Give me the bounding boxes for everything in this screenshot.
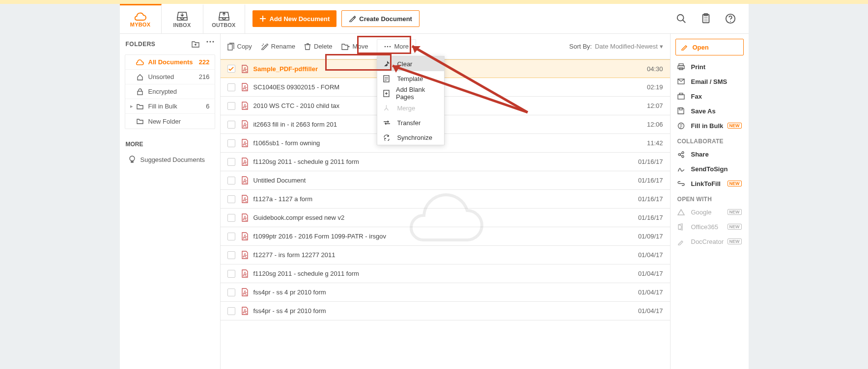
tab-outbox[interactable]: OUTBOX bbox=[203, 4, 245, 33]
sidebar-item-encrypted[interactable]: Encrypted bbox=[125, 84, 215, 99]
sortby-select[interactable]: Date Modified-Newest ▾ bbox=[595, 43, 663, 50]
file-checkbox[interactable] bbox=[227, 158, 235, 166]
help-icon[interactable] bbox=[725, 13, 736, 24]
file-name: f1120sg 2011 - schedule g 2011 form bbox=[253, 270, 638, 277]
sidebar-item-suggested[interactable]: Suggested Documents bbox=[120, 152, 220, 167]
file-checkbox[interactable] bbox=[227, 65, 235, 73]
office365-button[interactable]: Office365 NEW bbox=[675, 219, 744, 234]
file-row[interactable]: f1120sg 2011 - schedule g 2011 form01/16… bbox=[221, 153, 670, 171]
file-name: f12277 - irs form 12277 2011 bbox=[253, 251, 638, 259]
file-row[interactable]: f1065sb1 - form owning11:42 bbox=[221, 134, 670, 153]
topbar: MYBOX INBOX OUTBOX Ad bbox=[120, 4, 749, 34]
move-button[interactable]: Move bbox=[341, 43, 368, 50]
folder-count: 6 bbox=[206, 103, 209, 110]
print-button[interactable]: Print bbox=[675, 59, 744, 74]
svg-rect-24 bbox=[678, 95, 684, 99]
file-checkbox[interactable] bbox=[227, 233, 235, 240]
dropdown-clear[interactable]: Clear bbox=[377, 56, 444, 71]
dropdown-template[interactable]: Template bbox=[377, 71, 444, 86]
pdf-icon bbox=[241, 232, 249, 240]
search-icon[interactable] bbox=[676, 13, 687, 24]
linktofill-button[interactable]: LinkToFill NEW bbox=[675, 176, 744, 191]
email-sms-button[interactable]: Email / SMS bbox=[675, 74, 744, 89]
open-with-header: OPEN WITH bbox=[675, 191, 744, 205]
open-button[interactable]: Open bbox=[675, 39, 744, 55]
file-row[interactable]: it2663 fill in - it 2663 form 20112:06 bbox=[221, 115, 670, 134]
file-date: 01/16/17 bbox=[638, 195, 663, 203]
file-checkbox[interactable] bbox=[227, 251, 235, 259]
file-row[interactable]: f1120sg 2011 - schedule g 2011 form01/04… bbox=[221, 264, 670, 283]
dropdown-label: Clear bbox=[397, 60, 412, 68]
file-checkbox[interactable] bbox=[227, 195, 235, 203]
dropdown-merge: Merge bbox=[377, 101, 444, 115]
save-as-button[interactable]: Save As bbox=[675, 104, 744, 118]
tab-mybox[interactable]: MYBOX bbox=[120, 4, 162, 33]
doccreator-button[interactable]: DocCreator NEW bbox=[675, 234, 744, 249]
clipboard-icon[interactable] bbox=[700, 13, 711, 24]
pdf-icon bbox=[241, 65, 249, 73]
file-checkbox[interactable] bbox=[227, 177, 235, 184]
file-row[interactable]: Sample_PDF-pdffiller04:30 bbox=[221, 59, 670, 78]
more-options-icon[interactable] bbox=[206, 41, 214, 48]
more-button[interactable]: More bbox=[377, 39, 416, 53]
file-row[interactable]: fss4pr - ss 4 pr 2010 form01/04/17 bbox=[221, 283, 670, 302]
delete-button[interactable]: Delete bbox=[304, 43, 333, 50]
sign-icon bbox=[677, 166, 687, 172]
create-document-button[interactable]: Create Document bbox=[341, 10, 420, 27]
file-row[interactable]: Guidebook.compr essed new v201/16/17 bbox=[221, 209, 670, 227]
office365-label: Office365 bbox=[691, 223, 718, 231]
sendtosign-label: SendToSign bbox=[691, 165, 728, 173]
sidebar-item-all-documents[interactable]: All Documents 222 bbox=[125, 55, 215, 70]
file-name: 2010 WS CTC - 2010 child tax bbox=[253, 102, 647, 109]
google-button[interactable]: Google NEW bbox=[675, 205, 744, 219]
link-icon bbox=[677, 181, 687, 186]
file-checkbox[interactable] bbox=[227, 121, 235, 129]
fax-button[interactable]: Fax bbox=[675, 89, 744, 104]
file-row[interactable]: f1127a - 1127 a form01/16/17 bbox=[221, 190, 670, 209]
add-new-document-button[interactable]: Add New Document bbox=[252, 10, 337, 27]
file-checkbox[interactable] bbox=[227, 83, 235, 91]
more-label: More bbox=[394, 43, 409, 50]
dropdown-synchronize[interactable]: Synchronize bbox=[377, 130, 444, 145]
file-row[interactable]: SC1040ES 09302015 - FORM02:19 bbox=[221, 78, 670, 97]
inbox-icon bbox=[177, 11, 188, 21]
file-checkbox[interactable] bbox=[227, 139, 235, 147]
folder-icon bbox=[136, 104, 144, 109]
sidebar-item-new-folder[interactable]: New Folder bbox=[125, 114, 215, 129]
sidebar-item-unsorted[interactable]: Unsorted 216 bbox=[125, 70, 215, 84]
add-folder-icon[interactable] bbox=[192, 41, 199, 48]
copy-button[interactable]: Copy bbox=[227, 43, 252, 51]
new-badge: NEW bbox=[728, 181, 742, 186]
save-icon bbox=[677, 107, 687, 114]
file-row[interactable]: f1099ptr 2016 - 2016 Form 1099-PATR - ir… bbox=[221, 227, 670, 246]
fill-in-bulk-button[interactable]: Fill in Bulk NEW bbox=[675, 118, 744, 133]
file-checkbox[interactable] bbox=[227, 270, 235, 278]
dropdown-add-blank[interactable]: Add Blank Pages bbox=[377, 86, 444, 101]
pdf-icon bbox=[241, 288, 249, 296]
file-checkbox[interactable] bbox=[227, 214, 235, 222]
file-checkbox[interactable] bbox=[227, 102, 235, 110]
pdf-icon bbox=[241, 195, 249, 203]
pdf-icon bbox=[241, 176, 249, 184]
tab-inbox[interactable]: INBOX bbox=[162, 4, 203, 33]
pdf-icon bbox=[241, 120, 249, 129]
file-name: SC1040ES 09302015 - FORM bbox=[253, 83, 647, 91]
share-button[interactable]: Share bbox=[675, 147, 744, 161]
doccreator-label: DocCreator bbox=[691, 238, 724, 245]
svg-point-0 bbox=[677, 15, 683, 21]
svg-rect-26 bbox=[679, 108, 682, 110]
file-date: 01/04/17 bbox=[638, 289, 663, 296]
dropdown-transfer[interactable]: Transfer bbox=[377, 115, 444, 130]
svg-point-14 bbox=[387, 46, 389, 47]
notification-bar bbox=[0, 0, 868, 4]
file-row[interactable]: f12277 - irs form 12277 201101/04/17 bbox=[221, 246, 670, 264]
file-checkbox[interactable] bbox=[227, 307, 235, 315]
file-row[interactable]: Untitled Document01/16/17 bbox=[221, 171, 670, 190]
rename-button[interactable]: Rename bbox=[261, 43, 295, 50]
file-row[interactable]: 2010 WS CTC - 2010 child tax12:07 bbox=[221, 97, 670, 115]
sidebar-item-fill-in-bulk[interactable]: ▸ Fill in Bulk 6 bbox=[125, 99, 215, 114]
sendtosign-button[interactable]: SendToSign bbox=[675, 161, 744, 176]
file-row[interactable]: fss4pr - ss 4 pr 2010 form01/04/17 bbox=[221, 302, 670, 320]
file-checkbox[interactable] bbox=[227, 289, 235, 296]
svg-rect-21 bbox=[678, 66, 684, 69]
